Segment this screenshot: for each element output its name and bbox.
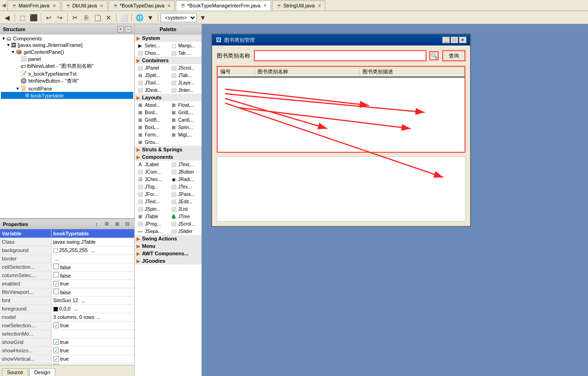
palette-item-jinternalframe[interactable]: ⬜JInter... (168, 86, 201, 94)
background-edit-btn[interactable]: ... (91, 248, 95, 253)
palette-item-marque[interactable]: ⬚Marqu... (168, 42, 201, 49)
rowselection-checkbox[interactable]: ✓ (53, 323, 59, 328)
palette-item-jseparator[interactable]: —JSepa... (135, 227, 168, 235)
palette-item-jtogglebutton[interactable]: ⬜JTog... (135, 183, 168, 190)
palette-item-jtree[interactable]: 🌲JTree (168, 213, 201, 220)
palette-item-jpasswordfield[interactable]: ⬜JPass... (168, 190, 201, 198)
columnselec-checkbox[interactable] (53, 272, 59, 278)
palette-item-jlayeredpane[interactable]: ⬜JLaye... (168, 79, 201, 86)
search-input-field[interactable] (254, 50, 426, 61)
palette-item-jscrollbar[interactable]: ⬜JScrol... (168, 220, 201, 227)
palette-item-gridlayout[interactable]: ⊞GridL... (168, 109, 201, 116)
fillsviewport-checkbox[interactable] (53, 289, 59, 294)
palette-item-absolute[interactable]: ⊞Absol... (135, 101, 168, 109)
toolbar-system-select[interactable]: <system> (161, 13, 197, 22)
tree-item-scrollpane[interactable]: ▼ 📜 scrollPane (1, 85, 133, 92)
tree-item-panel[interactable]: ⬜ panel (1, 55, 133, 62)
palette-item-miglayout[interactable]: ⊞MigL... (168, 131, 201, 138)
toolbar-dropdown-btn[interactable]: ▼ (198, 13, 208, 23)
palette-item-tab[interactable]: ⬜Tab ... (168, 49, 201, 57)
win-maximize[interactable]: □ (451, 37, 458, 43)
palette-item-choose[interactable]: ⬜Choo... (135, 49, 168, 57)
palette-item-jbutton[interactable]: ⬜JButton (168, 168, 201, 175)
model-edit-btn[interactable]: ... (97, 315, 100, 320)
tab-source[interactable]: Source (2, 368, 28, 376)
showvertical-checkbox[interactable]: ✓ (53, 356, 59, 362)
props-sort-btn[interactable]: ↕ (92, 220, 101, 228)
palette-item-jtextpane[interactable]: ⬜JText... (135, 198, 168, 205)
win-minimize[interactable]: _ (442, 37, 450, 43)
palette-item-borderlayout[interactable]: ⊞Bord... (135, 109, 168, 116)
palette-item-formlayout[interactable]: ⊞Form... (135, 131, 168, 138)
structure-tree[interactable]: ▼ 🗂 Components ▼ 🖼 [javax.swing.JInterna… (0, 34, 134, 218)
palette-item-jlist[interactable]: ⬜JList (168, 205, 201, 213)
palette-content[interactable]: ▶ System ▶Selec... ⬚Marqu... ⬜Choo... ⬜T… (135, 34, 201, 376)
structure-add-btn[interactable]: + (117, 26, 124, 32)
palette-item-jcombobox[interactable]: ⬜JCom... (135, 168, 168, 175)
palette-item-jpanel[interactable]: ⬜JPanel (135, 64, 168, 71)
toolbar-btn5[interactable]: ⬜ (119, 13, 129, 23)
tab-booktypedao[interactable]: ☕ *BookTypeDao.java ✕ (109, 0, 175, 11)
palette-item-select[interactable]: ▶Selec... (135, 42, 168, 49)
win-close[interactable]: ✕ (459, 37, 466, 43)
foreground-edit-btn[interactable]: ... (74, 306, 78, 311)
palette-item-jcheckbox[interactable]: ☑JChec... (135, 175, 168, 183)
tab-close-stringutil[interactable]: ✕ (317, 3, 321, 8)
palette-item-jtextfield[interactable]: ⬜JText... (168, 161, 201, 168)
tab-design[interactable]: Design (29, 368, 55, 376)
toolbar-btn2[interactable]: ⬛ (28, 13, 39, 23)
palette-item-flowlayout[interactable]: ⊞FlowL... (168, 101, 201, 109)
palette-item-jtoolbar[interactable]: ⬜JTool... (135, 79, 168, 86)
props-expand-btn[interactable]: ⊞ (113, 220, 121, 228)
tab-close-booktypedao[interactable]: ✕ (167, 3, 171, 8)
palette-item-jscrollpane[interactable]: ⬜JScrol... (168, 64, 201, 71)
border-edit-btn[interactable]: ... (55, 256, 59, 261)
tree-item-components[interactable]: ▼ 🗂 Components (1, 35, 133, 42)
tree-item-booktypetable[interactable]: ⊞ bookTypetable (1, 92, 133, 99)
palette-item-jdesktoppane[interactable]: ⬜JDesk... (135, 86, 168, 94)
tab-mainfrm[interactable]: ☕ MainFrm.java ✕ (7, 0, 60, 11)
palette-item-jtabbedpane[interactable]: ⬜JTab... (168, 71, 201, 79)
tab-dbutil[interactable]: ☕ DbUtil.java ✕ (61, 0, 108, 11)
tree-item-lblnewlabel[interactable]: 🏷 lblNewLabel - "图书类别名称" (1, 62, 133, 70)
tab-close-mainfrm[interactable]: ✕ (52, 3, 56, 8)
enabled-checkbox[interactable]: ✓ (53, 281, 59, 286)
tab-arrow-left[interactable]: ◀ (2, 2, 6, 8)
toolbar-copy[interactable]: ⎘ (81, 13, 91, 23)
palette-group-struts[interactable]: ▶ Struts & Springs (135, 146, 201, 153)
palette-group-swing-actions[interactable]: ▶ Swing Actions (135, 235, 201, 242)
palette-item-jprogressbar[interactable]: ⬜JProg... (135, 220, 168, 227)
toolbar-delete[interactable]: ✕ (103, 13, 114, 23)
font-edit-btn[interactable]: ... (81, 298, 85, 303)
props-collapse-btn[interactable]: ⊟ (123, 220, 131, 228)
showhorizo-checkbox[interactable]: ✓ (53, 348, 59, 353)
toolbar-cut[interactable]: ✂ (70, 13, 80, 23)
palette-group-menu[interactable]: ▶ Menu (135, 242, 201, 250)
palette-item-grouplayout[interactable]: ⊞Grou... (135, 138, 168, 146)
toolbar-web[interactable]: 🌐 (134, 13, 144, 23)
cellselection-checkbox[interactable] (53, 264, 59, 269)
palette-group-system[interactable]: ▶ System (135, 34, 201, 42)
tree-item-getcontentpane[interactable]: ▼ 📦 getContentPane() (1, 48, 133, 55)
palette-item-jlabel[interactable]: AJLabel (135, 161, 168, 168)
tab-close-booktypemanage[interactable]: ✕ (263, 3, 267, 8)
palette-item-gridbaglayout[interactable]: ⊞GridB... (135, 116, 168, 123)
palette-item-jslider[interactable]: ⬜JSlider (168, 227, 201, 235)
toolbar-btn1[interactable]: ⬚ (17, 13, 27, 23)
toolbar-dropdown-arrow[interactable]: ▼ (145, 13, 155, 23)
palette-item-jtextarea[interactable]: ⬜JTex... (168, 183, 201, 190)
palette-group-jgoodies[interactable]: ▶ JGoodies (135, 257, 201, 265)
palette-group-layouts[interactable]: ▶ Layouts (135, 94, 201, 101)
palette-item-springlayout[interactable]: ⊞Sprin... (168, 123, 201, 131)
palette-item-jformattedtextfield[interactable]: ⬜JFor... (135, 190, 168, 198)
palette-item-jsplitpane[interactable]: ⊟JSplit... (135, 71, 168, 79)
search-icon-btn[interactable]: 🔍 (429, 51, 439, 60)
palette-group-awt[interactable]: ▶ AWT Componens... (135, 250, 201, 257)
toolbar-paste[interactable]: 📋 (92, 13, 103, 23)
tab-booktypemanage[interactable]: ☕ *BookTypeManageInterFrm.java ✕ (176, 0, 271, 11)
palette-group-components[interactable]: ▶ Components (135, 153, 201, 161)
tab-stringutil[interactable]: ☕ StringUtil.java ✕ (272, 0, 325, 11)
tree-item-s-booktypename[interactable]: 📝 s_bookTypeNameTxt (1, 70, 133, 77)
palette-item-jspinner[interactable]: ⬜JSpin... (135, 205, 168, 213)
showgrid-checkbox[interactable]: ✓ (53, 339, 59, 345)
